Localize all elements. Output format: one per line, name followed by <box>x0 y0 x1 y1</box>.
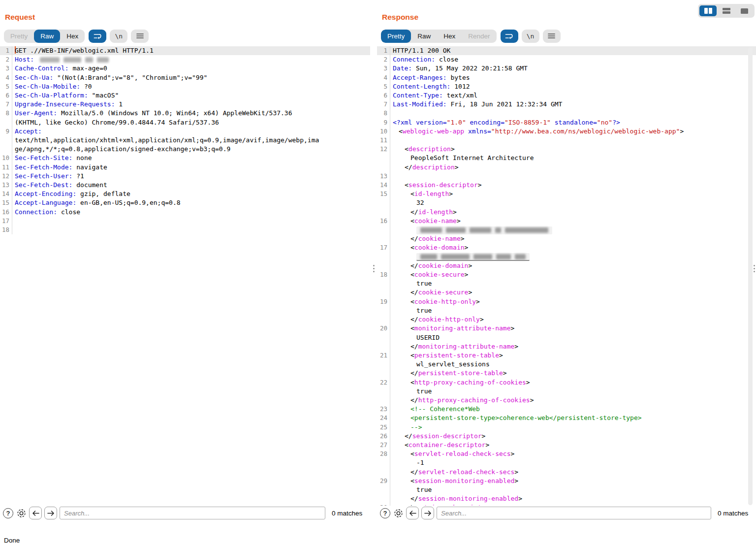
code-row: </description> <box>377 163 756 172</box>
help-icon[interactable]: ? <box>380 508 390 518</box>
code-row: true <box>377 485 756 494</box>
tab-hex[interactable]: Hex <box>60 30 85 43</box>
code-row: 5Content-Length: 1012 <box>377 82 756 91</box>
code-row: 27<container-descriptor> <box>377 441 756 450</box>
code-row: 18 <box>0 225 370 234</box>
show-newlines-button[interactable]: \n <box>522 30 539 43</box>
word-wrap-button[interactable] <box>501 30 518 43</box>
search-prev-button[interactable] <box>29 507 42 519</box>
line-number: 15 <box>0 198 12 207</box>
edge-drag-handle-icon[interactable] <box>754 265 755 272</box>
code-row: 32 <box>377 198 756 207</box>
tab-pretty[interactable]: Pretty <box>381 30 411 43</box>
line-number: 6 <box>0 91 12 100</box>
code-row: 15<id-length> <box>377 190 756 198</box>
code-row: </cookie-name> <box>377 234 756 243</box>
layout-columns-button[interactable] <box>699 5 717 16</box>
code-row <box>377 253 756 261</box>
code-row: 23<!-- Coherence*Web <box>377 405 756 414</box>
request-toolbar: PrettyRawHex \n <box>4 29 366 43</box>
code-row: 8User-Agent: Mozilla/5.0 (Windows NT 10.… <box>0 109 370 118</box>
tab-raw[interactable]: Raw <box>34 30 60 43</box>
response-scrollbar[interactable] <box>748 47 753 505</box>
line-number <box>377 360 390 369</box>
line-number <box>377 342 390 351</box>
line-number <box>377 225 390 234</box>
response-search-input[interactable] <box>437 507 711 519</box>
line-number: 5 <box>377 82 390 91</box>
line-number: 29 <box>377 477 390 485</box>
line-number <box>377 253 390 261</box>
code-row: 16Connection: close <box>0 208 370 217</box>
search-prev-button[interactable] <box>406 507 419 519</box>
request-iconbar: \n <box>89 30 149 43</box>
panel-splitter[interactable] <box>370 0 377 534</box>
line-number: 14 <box>0 190 12 198</box>
line-number: 4 <box>377 73 390 82</box>
code-row: 4Sec-Ch-Ua: "(Not(A:Brand";v="8", "Chrom… <box>0 73 370 82</box>
line-number <box>377 396 390 405</box>
code-row: 2Connection: close <box>377 55 756 64</box>
code-row: 14<session-descriptor> <box>377 181 756 190</box>
line-number: 2 <box>377 55 390 64</box>
line-number: 3 <box>0 64 12 73</box>
search-next-button[interactable] <box>44 507 57 519</box>
line-number: 4 <box>0 73 12 82</box>
code-row: 9<?xml version="1.0" encoding="ISO-8859-… <box>377 118 756 127</box>
request-panel-title: Request <box>5 13 35 22</box>
layout-rows-button[interactable] <box>718 5 735 16</box>
code-row: </http-proxy-caching-of-cookies> <box>377 396 756 405</box>
code-row: 5Sec-Ch-Ua-Mobile: ?0 <box>0 82 370 91</box>
line-number <box>0 118 12 127</box>
request-panel: Request PrettyRawHex \n 1GET .//WEB-INF/… <box>0 0 370 534</box>
layout-single-button[interactable] <box>736 5 753 16</box>
response-editor[interactable]: 1HTTP/1.1 200 OK2Connection: close3Date:… <box>377 46 756 506</box>
burp-message-viewer: Request PrettyRawHex \n 1GET .//WEB-INF/… <box>0 0 756 547</box>
search-settings-gear-icon[interactable] <box>16 508 27 518</box>
line-number: 20 <box>377 324 390 333</box>
line-number: 24 <box>377 414 390 422</box>
request-tab-group: PrettyRawHex <box>4 30 85 43</box>
word-wrap-button[interactable] <box>89 30 106 43</box>
line-number: 1 <box>0 46 12 55</box>
code-row: 22<http-proxy-caching-of-cookies> <box>377 378 756 387</box>
tab-hex[interactable]: Hex <box>437 30 462 43</box>
code-row: 7Upgrade-Insecure-Requests: 1 <box>0 100 370 109</box>
code-row: USERID <box>377 333 756 342</box>
request-search-input[interactable] <box>60 507 325 519</box>
line-number <box>377 163 390 172</box>
show-newlines-button[interactable]: \n <box>110 30 127 43</box>
search-settings-gear-icon[interactable] <box>393 508 404 518</box>
code-row: 12Sec-Fetch-User: ?1 <box>0 172 370 181</box>
request-editor[interactable]: 1GET .//WEB-INF/weblogic.xml HTTP/1.12Ho… <box>0 46 370 506</box>
code-row: 12<description> <box>377 145 756 154</box>
line-number <box>377 234 390 243</box>
response-panel: Response PrettyRawHexRender \n 1HTTP/1.1… <box>377 0 756 534</box>
editor-menu-button[interactable] <box>543 30 561 43</box>
line-number <box>377 306 390 315</box>
line-number: 15 <box>377 190 390 198</box>
code-row: 15Accept-Language: en-GB,en-US;q=0.9,en;… <box>0 198 370 207</box>
code-row: 10<weblogic-web-app xmlns="http://www.be… <box>377 127 756 136</box>
request-searchbar: ? 0 matches <box>3 506 367 520</box>
line-number: 28 <box>377 450 390 458</box>
single-layout-icon <box>741 8 748 14</box>
editor-menu-button[interactable] <box>131 30 149 43</box>
line-number <box>377 198 390 207</box>
layout-view-toggle <box>698 4 755 18</box>
tab-raw[interactable]: Raw <box>411 30 437 43</box>
tab-pretty[interactable]: Pretty <box>4 30 34 43</box>
line-number <box>377 387 390 396</box>
search-next-button[interactable] <box>421 507 434 519</box>
response-search-matches: 0 matches <box>714 510 753 517</box>
line-number: 11 <box>0 163 12 172</box>
line-number <box>377 315 390 324</box>
code-row: </servlet-reload-check-secs> <box>377 468 756 477</box>
splitter-drag-handle-icon[interactable] <box>373 265 375 272</box>
code-row: 28<servlet-reload-check-secs> <box>377 450 756 458</box>
line-number: 18 <box>377 270 390 279</box>
help-icon[interactable]: ? <box>3 508 13 518</box>
request-search-matches: 0 matches <box>328 510 367 517</box>
code-row: 10Sec-Fetch-Site: none <box>0 154 370 162</box>
tab-render[interactable]: Render <box>462 30 496 43</box>
